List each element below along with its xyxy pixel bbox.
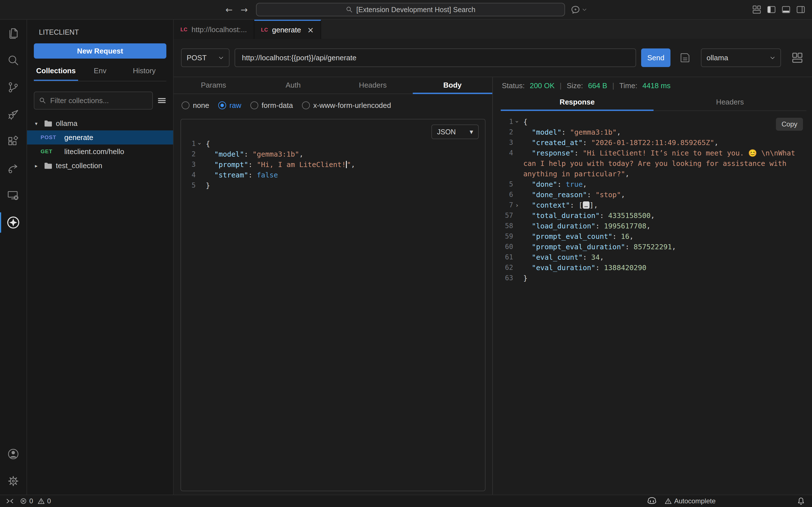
response-tabs: ResponseHeaders [501, 94, 806, 111]
token: ], [590, 201, 598, 209]
method-select-value: POST [187, 54, 207, 62]
activity-bar [0, 20, 27, 495]
code-line: 1›{ [185, 138, 480, 149]
token: : [583, 253, 591, 262]
request-body-editor[interactable]: JSON ▼ 1›{2 "model": "gemma3:1b",3 "prom… [181, 119, 486, 491]
time-label: Time: [619, 81, 637, 90]
response-tab-headers[interactable]: Headers [654, 94, 806, 111]
filter-menu-icon[interactable] [157, 96, 166, 105]
code-line: 6 "done_reason": "stop", [501, 189, 803, 200]
warning-icon [38, 497, 45, 505]
request-tab-params[interactable]: Params [174, 77, 253, 94]
editor-tab-generate[interactable]: LCgenerate× [254, 20, 321, 39]
notifications-bell-icon[interactable] [797, 497, 805, 505]
method-badge-post: POST [41, 134, 61, 140]
live-share-icon[interactable] [0, 155, 27, 182]
token: "done" [532, 180, 557, 188]
send-button[interactable]: Send [641, 48, 670, 67]
request-tab-auth[interactable]: Auth [253, 77, 333, 94]
response-tab-response[interactable]: Response [501, 94, 654, 111]
tree-item-liteclient.com/hello[interactable]: GETliteclient.com/hello [27, 145, 173, 159]
remote-indicator-icon[interactable] [6, 497, 14, 505]
indent [523, 201, 532, 209]
environment-select-value: ollama [707, 54, 728, 62]
code-text: { [521, 117, 803, 127]
toggle-primary-sidebar-icon[interactable] [767, 5, 776, 14]
tree-item-test_collection[interactable]: ▸test_collection [27, 159, 173, 173]
customize-layout-icon[interactable] [752, 5, 761, 14]
source-control-icon[interactable] [0, 74, 27, 101]
toggle-secondary-sidebar-icon[interactable] [796, 5, 805, 14]
line-number: 2 [501, 127, 513, 137]
body-type-radio-form-data[interactable]: form-data [250, 101, 293, 110]
editor-tab-http-localhost-[interactable]: LChttp://localhost:... [174, 20, 254, 39]
request-tab-headers[interactable]: Headers [333, 77, 413, 94]
code-text: "prompt_eval_count": 16, [521, 231, 803, 242]
token: : [596, 264, 604, 272]
code-line: 62 "eval_duration": 1388420290 [501, 263, 803, 273]
fold-expanded-icon[interactable]: › [512, 118, 522, 126]
url-input[interactable]: http://localhost:{{port}}/api/generate [235, 48, 636, 67]
new-request-button[interactable]: New Request [34, 43, 166, 59]
tree-item-generate[interactable]: POSTgenerate [27, 130, 173, 145]
sidebar-tab-history[interactable]: History [122, 66, 166, 81]
fold-expanded-icon[interactable]: › [195, 140, 205, 148]
warning-icon [665, 497, 672, 505]
sidebar-tab-collections[interactable]: Collections [34, 66, 78, 81]
liteclient-view-icon[interactable] [0, 209, 27, 236]
code-line: 4 "stream": false [185, 170, 480, 180]
radio-label: form-data [262, 101, 293, 110]
token: , [651, 212, 655, 220]
token: : [583, 138, 591, 147]
code-text: "created_at": "2026-01-18T22:11:49.85926… [521, 137, 803, 148]
body-type-radio-x-www-form-urlencoded[interactable]: x-www-form-urlencoded [302, 101, 391, 110]
token: "load_duration" [532, 222, 596, 230]
folded-content-badge[interactable]: … [583, 202, 590, 209]
body-type-radio-none[interactable]: none [182, 101, 209, 110]
forward-icon[interactable]: → [241, 5, 248, 15]
layout-panels-icon[interactable] [792, 52, 803, 63]
body-type-radio-raw[interactable]: raw [218, 101, 241, 110]
copilot-status-icon[interactable] [647, 496, 657, 506]
sidebar-tab-env[interactable]: Env [78, 66, 122, 81]
error-count: 0 [29, 497, 33, 505]
search-icon [346, 6, 353, 13]
extensions-icon[interactable] [0, 128, 27, 155]
line-number: 1 [185, 138, 196, 149]
back-icon[interactable]: ← [225, 5, 233, 15]
code-text: "context": […], [521, 200, 803, 210]
fold-collapsed-icon[interactable]: › [513, 200, 521, 210]
code-line: 57 "total_duration": 4335158500, [501, 210, 803, 221]
account-icon[interactable] [0, 441, 27, 467]
command-center-search[interactable]: [Extension Development Host] Search [256, 3, 565, 16]
token: 1995617708 [604, 222, 647, 230]
tree-item-ollama[interactable]: ▾ollama [27, 116, 173, 130]
body-language-select[interactable]: JSON ▼ [432, 124, 479, 139]
toggle-panel-icon[interactable] [781, 5, 791, 14]
token: : [ [570, 201, 583, 209]
vscode-window: ← → [Extension Development Host] Search [0, 0, 812, 507]
run-debug-icon[interactable] [0, 101, 27, 128]
chevron-right-icon: ▸ [35, 163, 41, 169]
request-tab-body[interactable]: Body [413, 77, 493, 94]
settings-gear-icon[interactable] [0, 467, 27, 495]
indent [523, 128, 532, 136]
close-icon[interactable]: × [307, 25, 314, 35]
autocomplete-status[interactable]: Autocomplete [665, 497, 716, 505]
explorer-icon[interactable] [0, 20, 27, 47]
copilot-chat-icon[interactable] [571, 5, 580, 14]
copy-button[interactable]: Copy [776, 118, 803, 131]
method-select[interactable]: POST [181, 48, 230, 67]
radio-icon [250, 101, 258, 109]
environment-select[interactable]: ollama [701, 48, 781, 67]
save-icon[interactable] [679, 52, 691, 64]
problems-indicator[interactable]: 0 0 [20, 497, 51, 505]
token: { [206, 140, 210, 148]
line-number: 61 [501, 252, 513, 263]
filter-collections-input[interactable]: Filter collections... [34, 92, 153, 110]
body-type-options: nonerawform-datax-www-form-urlencoded [174, 94, 492, 117]
search-view-icon[interactable] [0, 47, 27, 74]
remote-explorer-icon[interactable] [0, 182, 27, 209]
chevron-down-icon[interactable] [582, 7, 587, 12]
request-panel: ParamsAuthHeadersBody nonerawform-datax-… [174, 77, 492, 495]
